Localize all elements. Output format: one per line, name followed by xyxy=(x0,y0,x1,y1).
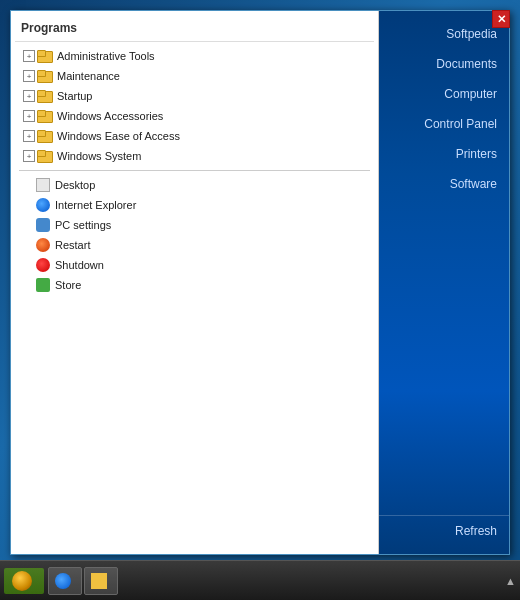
pinned-item-pc-settings[interactable]: PC settings xyxy=(15,215,374,235)
right-item-softpedia[interactable]: Softpedia xyxy=(379,19,509,49)
right-panel: ✕ Softpedia Documents Computer Control P… xyxy=(379,11,509,554)
folder-icon-maintenance xyxy=(37,68,53,84)
gear-icon xyxy=(35,217,51,233)
folder-icon-win-ease xyxy=(37,128,53,144)
tree-item-admin-tools[interactable]: + Administrative Tools xyxy=(15,46,374,66)
pinned-item-store[interactable]: Store xyxy=(15,275,374,295)
expand-win-ease[interactable]: + xyxy=(23,130,35,142)
right-item-control-panel[interactable]: Control Panel xyxy=(379,109,509,139)
right-item-documents[interactable]: Documents xyxy=(379,49,509,79)
restart-icon xyxy=(35,237,51,253)
programs-title: Programs xyxy=(15,19,374,42)
tree-item-win-system[interactable]: + Windows System xyxy=(15,146,374,166)
desktop-icon xyxy=(35,177,51,193)
ie-icon xyxy=(35,197,51,213)
taskbar-task-ie[interactable] xyxy=(48,567,82,595)
pinned-item-ie[interactable]: Internet Explorer xyxy=(15,195,374,215)
taskbar: ▲ xyxy=(0,560,520,600)
tree-item-maintenance[interactable]: + Maintenance xyxy=(15,66,374,86)
folder-icon-admin xyxy=(37,48,53,64)
close-button[interactable]: ✕ xyxy=(492,10,510,28)
expand-startup[interactable]: + xyxy=(23,90,35,102)
start-button[interactable] xyxy=(4,568,44,594)
right-item-computer[interactable]: Computer xyxy=(379,79,509,109)
taskbar-right: ▲ xyxy=(505,575,516,587)
right-item-refresh[interactable]: Refresh xyxy=(379,515,509,546)
folder-icon-win-system xyxy=(37,148,53,164)
shutdown-icon xyxy=(35,257,51,273)
folder-icon-win-accessories xyxy=(37,108,53,124)
tree-separator xyxy=(19,170,370,171)
tree-item-win-ease[interactable]: + Windows Ease of Access xyxy=(15,126,374,146)
right-spacer xyxy=(379,199,509,515)
expand-admin-tools[interactable]: + xyxy=(23,50,35,62)
pinned-item-desktop[interactable]: Desktop xyxy=(15,175,374,195)
right-item-printers[interactable]: Printers xyxy=(379,139,509,169)
store-icon xyxy=(35,277,51,293)
system-tray: ▲ xyxy=(505,575,516,587)
pinned-item-shutdown[interactable]: Shutdown xyxy=(15,255,374,275)
expand-win-system[interactable]: + xyxy=(23,150,35,162)
taskbar-task-folder[interactable] xyxy=(84,567,118,595)
windows-orb-icon xyxy=(12,571,32,591)
tree-item-startup[interactable]: + Startup xyxy=(15,86,374,106)
softpedia-watermark: SOFTPEDIA xyxy=(12,537,95,552)
start-menu: Programs + Administrative Tools + Mainte… xyxy=(10,10,510,555)
taskbar-ie-icon xyxy=(55,573,71,589)
folder-icon-startup xyxy=(37,88,53,104)
programs-panel: Programs + Administrative Tools + Mainte… xyxy=(11,11,379,554)
expand-win-accessories[interactable]: + xyxy=(23,110,35,122)
expand-maintenance[interactable]: + xyxy=(23,70,35,82)
taskbar-folder-icon xyxy=(91,573,107,589)
tree-item-win-accessories[interactable]: + Windows Accessories xyxy=(15,106,374,126)
pinned-item-restart[interactable]: Restart xyxy=(15,235,374,255)
right-item-software[interactable]: Software xyxy=(379,169,509,199)
